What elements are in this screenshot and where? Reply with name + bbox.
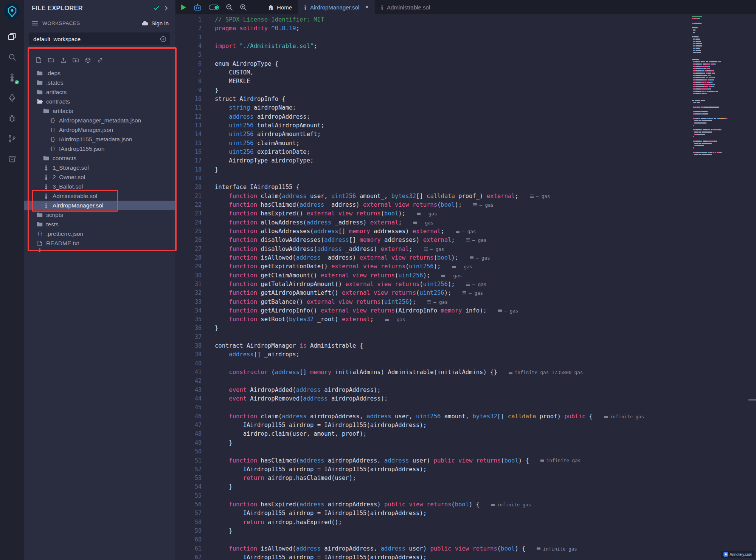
line-number[interactable]: 4 — [175, 42, 202, 51]
code-line[interactable]: 42 — [175, 377, 756, 385]
line-number[interactable]: 37 — [175, 333, 202, 342]
code-line[interactable]: 18} — [175, 166, 756, 174]
tree-item-artifacts[interactable]: artifacts — [24, 87, 175, 97]
line-number[interactable]: 23 — [175, 209, 202, 218]
code-line[interactable]: 13 uint256 totalAirdropAmount; — [175, 121, 756, 130]
line-number[interactable]: 24 — [175, 218, 202, 227]
upload-folder-icon[interactable] — [73, 57, 79, 63]
line-number[interactable]: 34 — [175, 306, 202, 315]
line-number[interactable]: 38 — [175, 342, 202, 350]
line-number[interactable]: 16 — [175, 148, 202, 156]
line-number[interactable]: 59 — [175, 527, 202, 535]
line-number[interactable]: 17 — [175, 156, 202, 165]
solidity-compiler-icon[interactable] — [0, 67, 24, 88]
line-number[interactable]: 7 — [175, 68, 202, 77]
code-line[interactable]: 37 — [175, 333, 756, 342]
code-line[interactable]: 12 address airdropAddress; — [175, 113, 756, 121]
code-line[interactable]: 28 function isAllowed(address _address) … — [175, 254, 756, 262]
line-number[interactable]: 36 — [175, 324, 202, 333]
line-number[interactable]: 26 — [175, 236, 202, 244]
code-line[interactable]: 33 function getBalance() external view r… — [175, 298, 756, 306]
code-line[interactable]: 38contract AirdropManager is Administrab… — [175, 342, 756, 350]
tree-item-3-ballot-sol[interactable]: 3_Ballot.sol — [24, 182, 175, 191]
line-number[interactable]: 1 — [175, 15, 202, 24]
line-number[interactable]: 61 — [175, 545, 202, 553]
code-line[interactable]: 3 — [175, 33, 756, 42]
zoom-out-button[interactable] — [226, 4, 233, 11]
code-line[interactable]: 46 function claim(address airdropAddress… — [175, 412, 756, 421]
scrollbar-thumb[interactable] — [748, 399, 756, 401]
tree-item-airdropmanager-sol[interactable]: AirdropManager.sol — [24, 201, 175, 210]
code-line[interactable]: 50 — [175, 447, 756, 456]
line-number[interactable]: 52 — [175, 465, 202, 474]
code-line[interactable]: 30 function getClaimAmount() external vi… — [175, 271, 756, 280]
code-line[interactable]: 4import "./Administrable.sol"; — [175, 42, 756, 51]
code-line[interactable]: 9} — [175, 86, 756, 95]
code-line[interactable]: 53 return airdrop.hasClaimed(user); — [175, 474, 756, 483]
run-script-button[interactable] — [181, 4, 186, 11]
zoom-in-button[interactable] — [240, 4, 247, 11]
line-number[interactable]: 12 — [175, 113, 202, 121]
sign-in-button[interactable]: Sign in — [141, 20, 169, 26]
code-line[interactable]: 20interface IAirdrop1155 { — [175, 183, 756, 192]
line-number[interactable]: 48 — [175, 430, 202, 438]
code-line[interactable]: 15 uint256 claimAmount; — [175, 139, 756, 148]
code-line[interactable]: 27 function disallowAddress(address _add… — [175, 245, 756, 254]
chevron-right-icon[interactable] — [165, 6, 168, 11]
line-number[interactable]: 30 — [175, 271, 202, 280]
line-number[interactable]: 60 — [175, 535, 202, 544]
line-number[interactable]: 28 — [175, 254, 202, 262]
line-number[interactable]: 42 — [175, 377, 202, 385]
line-number[interactable]: 11 — [175, 104, 202, 112]
code-line[interactable]: 36} — [175, 324, 756, 333]
code-line[interactable]: 22 function hasClaimed(address _address)… — [175, 201, 756, 209]
tree-item-artifacts[interactable]: artifacts — [24, 106, 175, 116]
code-line[interactable]: 58 return airdrop.hasExpired(); — [175, 518, 756, 527]
code-line[interactable]: 26 function disallowAddresses(address[] … — [175, 236, 756, 244]
line-number[interactable]: 6 — [175, 60, 202, 68]
code-line[interactable]: 6enum AirdropType { — [175, 60, 756, 68]
line-number[interactable]: 22 — [175, 201, 202, 209]
line-number[interactable]: 8 — [175, 77, 202, 86]
minimap[interactable] — [692, 16, 732, 156]
code-line[interactable]: 10struct AirdropInfo { — [175, 95, 756, 104]
code-line[interactable]: 16 uint256 expirationDate; — [175, 148, 756, 156]
deploy-run-icon[interactable] — [0, 88, 24, 108]
code-line[interactable]: 11 string airdropName; — [175, 104, 756, 112]
line-number[interactable]: 53 — [175, 474, 202, 483]
tree-item-contracts[interactable]: contracts — [24, 97, 175, 106]
tree-item--states[interactable]: .states — [24, 78, 175, 87]
line-number[interactable]: 9 — [175, 86, 202, 95]
search-icon[interactable] — [0, 47, 24, 67]
code-line[interactable]: 29 function getExpirationDate() external… — [175, 262, 756, 271]
code-line[interactable]: 48 airdrop.claim(user, amount, proof); — [175, 430, 756, 438]
workspace-select[interactable]: default_workspace — [29, 32, 170, 45]
code-line[interactable]: 35 function setRoot(bytes32 _root) exter… — [175, 315, 756, 324]
tree-item-scripts[interactable]: scripts — [24, 210, 175, 220]
file-explorer-icon[interactable] — [0, 26, 24, 47]
workspace-options-icon[interactable] — [160, 36, 166, 42]
line-number[interactable]: 33 — [175, 298, 202, 306]
line-number[interactable]: 14 — [175, 130, 202, 139]
code-line[interactable]: 32 function getAirdropAmountLeft() exter… — [175, 289, 756, 297]
line-number[interactable]: 13 — [175, 121, 202, 130]
line-number[interactable]: 62 — [175, 553, 202, 560]
code-line[interactable]: 45 — [175, 403, 756, 412]
publish-gist-icon[interactable] — [85, 57, 91, 63]
tree-item-tests[interactable]: tests — [24, 220, 175, 229]
code-line[interactable]: 60 — [175, 535, 756, 544]
line-number[interactable]: 49 — [175, 439, 202, 447]
code-line[interactable]: 57 IAirdrop1155 airdrop = IAirdrop1155(a… — [175, 509, 756, 518]
code-line[interactable]: 41 constructor (address[] memory initial… — [175, 368, 756, 377]
code-line[interactable]: 25 function allowAddresses(address[] mem… — [175, 227, 756, 236]
code-line[interactable]: 44 event AirdropRemoved(address airdropA… — [175, 394, 756, 403]
line-number[interactable]: 50 — [175, 447, 202, 456]
line-number[interactable]: 39 — [175, 350, 202, 359]
line-number[interactable]: 57 — [175, 509, 202, 518]
tree-item-1-storage-sol[interactable]: 1_Storage.sol — [24, 163, 175, 172]
hamburger-menu-icon[interactable] — [32, 21, 38, 26]
line-number[interactable]: 29 — [175, 262, 202, 271]
line-number[interactable]: 27 — [175, 245, 202, 254]
tree-item-partial[interactable] — [24, 248, 175, 252]
line-number[interactable]: 21 — [175, 192, 202, 201]
